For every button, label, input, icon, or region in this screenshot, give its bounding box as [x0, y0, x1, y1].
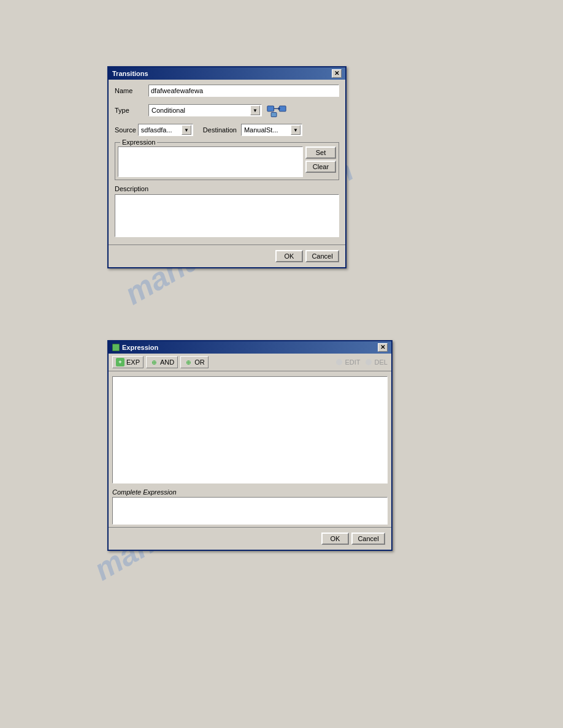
edit-icon	[336, 359, 342, 365]
type-select-arrow[interactable]: ▼	[250, 105, 260, 115]
expression-toolbar: + EXP ⊕ AND ⊕ OR EDIT DEL	[109, 354, 391, 371]
or-button[interactable]: ⊕ OR	[180, 356, 209, 368]
or-label: OR	[194, 358, 205, 366]
exp-button[interactable]: + EXP	[112, 356, 144, 368]
transitions-ok-button[interactable]: OK	[275, 250, 303, 262]
edit-item: EDIT	[336, 358, 361, 366]
description-textarea[interactable]	[115, 194, 339, 237]
expression-dialog: Expression ✕ + EXP ⊕ AND ⊕ OR EDIT	[107, 340, 393, 551]
source-destination-row: Source sdfasdfa... ▼ Destination ManualS…	[115, 124, 339, 136]
set-button[interactable]: Set	[305, 146, 336, 159]
del-icon	[366, 359, 372, 365]
expression-group-content: Set Clear	[115, 143, 339, 180]
expression-tree-area[interactable]	[112, 376, 388, 483]
expression-close-button[interactable]: ✕	[378, 343, 388, 352]
complete-expression-label: Complete Expression	[109, 488, 391, 496]
expression-ok-button[interactable]: OK	[321, 533, 349, 545]
type-select-value: Conditional	[150, 107, 250, 114]
description-section: Description	[115, 185, 339, 238]
expression-main-content	[109, 371, 391, 488]
name-label: Name	[115, 87, 148, 94]
and-button[interactable]: ⊕ AND	[146, 356, 178, 368]
expression-footer: OK Cancel	[109, 527, 391, 550]
transitions-footer: OK Cancel	[109, 245, 345, 267]
type-select[interactable]: Conditional ▼	[148, 104, 262, 116]
expression-cancel-button[interactable]: Cancel	[351, 533, 385, 545]
transitions-titlebar: Transitions ✕	[109, 67, 345, 80]
source-select[interactable]: sdfasdfa... ▼	[138, 124, 193, 136]
exp-icon: +	[116, 358, 124, 366]
and-icon: ⊕	[150, 358, 158, 366]
expression-titlebar: Expression ✕	[109, 341, 391, 354]
transitions-title-text: Transitions	[112, 70, 148, 77]
expression-toolbar-right: EDIT DEL	[336, 358, 388, 366]
and-label: AND	[160, 358, 174, 366]
transitions-cancel-button[interactable]: Cancel	[305, 250, 339, 262]
name-row: Name	[115, 85, 339, 97]
transitions-dialog: Transitions ✕ Name Type Conditional ▼	[107, 66, 347, 268]
description-label: Description	[115, 185, 339, 192]
transition-icon	[267, 102, 286, 119]
transitions-body: Name Type Conditional ▼	[109, 80, 345, 245]
exp-label: EXP	[126, 358, 140, 366]
destination-arrow[interactable]: ▼	[291, 125, 301, 135]
transitions-close-button[interactable]: ✕	[332, 69, 342, 78]
edit-label: EDIT	[345, 358, 361, 366]
expression-title-icon	[112, 344, 120, 351]
expression-group: Expression Set Clear	[115, 142, 339, 180]
or-icon: ⊕	[184, 358, 193, 366]
source-value: sdfasdfa...	[140, 126, 182, 134]
source-arrow[interactable]: ▼	[182, 125, 191, 135]
complete-expression-section: Complete Expression	[109, 488, 391, 527]
expression-title-text: Expression	[122, 344, 158, 351]
expression-buttons-group: Set Clear	[305, 146, 336, 177]
complete-expression-area[interactable]	[112, 497, 388, 525]
svg-rect-4	[271, 113, 277, 117]
destination-value: ManualSt...	[243, 126, 291, 134]
type-row: Type Conditional ▼	[115, 102, 339, 119]
del-item: DEL	[366, 358, 388, 366]
source-label: Source	[115, 126, 136, 134]
expression-group-label: Expression	[120, 138, 157, 146]
del-label: DEL	[375, 358, 388, 366]
svg-rect-0	[267, 106, 274, 112]
name-input[interactable]	[148, 85, 339, 97]
destination-label: Destination	[203, 126, 237, 134]
destination-select[interactable]: ManualSt... ▼	[241, 124, 302, 136]
type-label: Type	[115, 107, 148, 114]
expression-textarea[interactable]	[118, 146, 303, 177]
clear-button[interactable]: Clear	[305, 161, 336, 173]
